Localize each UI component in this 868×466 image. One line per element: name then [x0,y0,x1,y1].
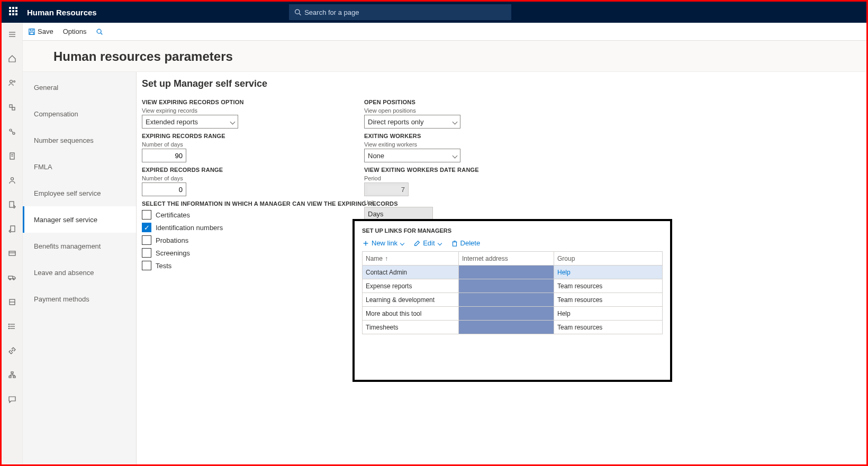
new-link-button[interactable]: New link [362,239,404,247]
svg-rect-31 [11,372,13,373]
table-row[interactable]: TimesheetsTeam resources [363,321,662,334]
tab-number-sequences[interactable]: Number sequences [23,127,136,153]
save-icon [28,28,35,35]
doc-arrow-icon[interactable] [4,196,21,213]
tab-general[interactable]: General [23,74,136,100]
input-expiring-days[interactable] [142,149,186,162]
svg-rect-40 [30,32,34,34]
modules-icon-1[interactable] [4,99,21,116]
doc-arrow2-icon[interactable] [4,221,21,237]
table-header: Name ↑ Internet address Group [363,252,662,266]
modules-icon-2[interactable] [4,123,21,140]
col-name[interactable]: Name ↑ [363,252,459,265]
tab-benefits-management[interactable]: Benefits management [23,233,136,259]
checkbox-icon [142,235,151,245]
form-area: Set up Manager self service VIEW EXPIRIN… [137,72,866,464]
svg-rect-33 [13,376,15,378]
checkbox-identification-numbers[interactable]: ✓Identification numbers [142,223,354,232]
table-row[interactable]: More about this toolHelp [363,307,662,321]
checkbox-screenings[interactable]: Screenings [142,248,354,258]
save-button[interactable]: Save [28,28,53,35]
svg-point-9 [10,129,12,131]
list-icon[interactable] [4,318,21,335]
svg-point-10 [13,132,15,134]
svg-rect-20 [8,276,13,279]
left-rail [2,23,23,464]
org-icon[interactable] [4,367,21,383]
tab-employee-self-service[interactable]: Employee self service [23,180,136,206]
search-input[interactable] [304,8,506,16]
cell-name: Expense reports [363,279,459,293]
svg-point-6 [13,81,15,83]
svg-rect-17 [11,226,15,232]
person-icon[interactable] [4,172,21,189]
col-internet-address[interactable]: Internet address [459,252,554,265]
chevron-down-icon [400,241,404,245]
dropdown-view-expiring-records[interactable]: Extended reports [142,115,238,129]
global-search[interactable] [289,4,511,20]
input-expired-days[interactable] [142,182,186,196]
cell-name: Timesheets [363,321,459,334]
subhead-open-positions: OPEN POSITIONS [364,99,576,105]
home-icon[interactable] [4,50,21,67]
tab-compensation[interactable]: Compensation [23,100,136,127]
label-expiring-days: Number of days [142,141,354,148]
col-group[interactable]: Group [554,252,650,265]
cell-group: Team resources [554,321,650,334]
subhead-exiting-range: VIEW EXITING WORKERS DATE RANGE [364,167,576,173]
card-icon[interactable] [4,245,21,262]
svg-line-1 [299,13,301,15]
svg-point-22 [13,279,14,280]
svg-rect-32 [9,376,11,378]
subhead-expiring-range: EXPIRING RECORDS RANGE [142,133,354,139]
app-name: Human Resources [27,8,97,17]
table-row[interactable]: Contact AdminHelp [363,266,662,279]
label-view-open-positions: View open positions [364,107,576,114]
svg-rect-7 [10,105,12,107]
command-bar: Save Options [23,23,866,41]
edit-button[interactable]: Edit [413,239,441,247]
table-row[interactable]: Expense reportsTeam resources [363,279,662,293]
clipboard-icon[interactable] [4,148,21,165]
tab-payment-methods[interactable]: Payment methods [23,286,136,312]
svg-point-29 [8,326,9,326]
tab-fmla[interactable]: FMLA [23,153,136,180]
column-left: VIEW EXPIRING RECORDS OPTION View expiri… [142,95,354,273]
tab-manager-self-service[interactable]: Manager self service [23,206,136,233]
cell-internet-address [459,321,554,334]
svg-rect-45 [453,242,456,246]
checkbox-tests[interactable]: Tests [142,261,354,270]
hamburger-icon[interactable] [4,26,21,43]
tab-leave-and-absence[interactable]: Leave and absence [23,259,136,286]
page-title: Human resources parameters [23,41,866,72]
checkbox-certificates[interactable]: Certificates [142,210,354,220]
dropdown-view-open-positions[interactable]: Direct reports only [364,115,460,129]
chevron-down-icon [437,241,441,245]
chat-icon[interactable] [4,391,21,408]
checkbox-probations[interactable]: Probations [142,235,354,245]
cmdbar-search-icon[interactable] [96,28,103,35]
table-row[interactable]: Learning & developmentTeam resources [363,293,662,307]
box-icon[interactable] [4,294,21,310]
delete-button[interactable]: Delete [451,239,481,247]
top-navbar: Human Resources [2,2,866,23]
checkbox-icon [142,261,151,270]
dropdown-view-exiting-workers[interactable]: None [364,149,460,162]
vertical-tabs: General Compensation Number sequences FM… [23,72,137,464]
chevron-down-icon [230,119,236,124]
pencil-icon [413,240,421,247]
link-icon[interactable] [4,342,21,359]
svg-rect-39 [30,29,33,31]
people-icon[interactable] [4,75,21,92]
label-period: Period [364,175,576,181]
checkbox-icon: ✓ [142,223,151,232]
app-launcher-icon[interactable] [9,7,20,17]
label-unit: Unit [364,199,576,206]
chevron-down-icon [453,153,458,158]
subhead-exiting-workers: EXITING WORKERS [364,133,576,139]
truck-icon[interactable] [4,269,21,286]
search-icon [294,8,301,16]
svg-line-11 [12,131,13,132]
trash-icon [451,240,458,247]
options-button[interactable]: Options [63,28,87,35]
